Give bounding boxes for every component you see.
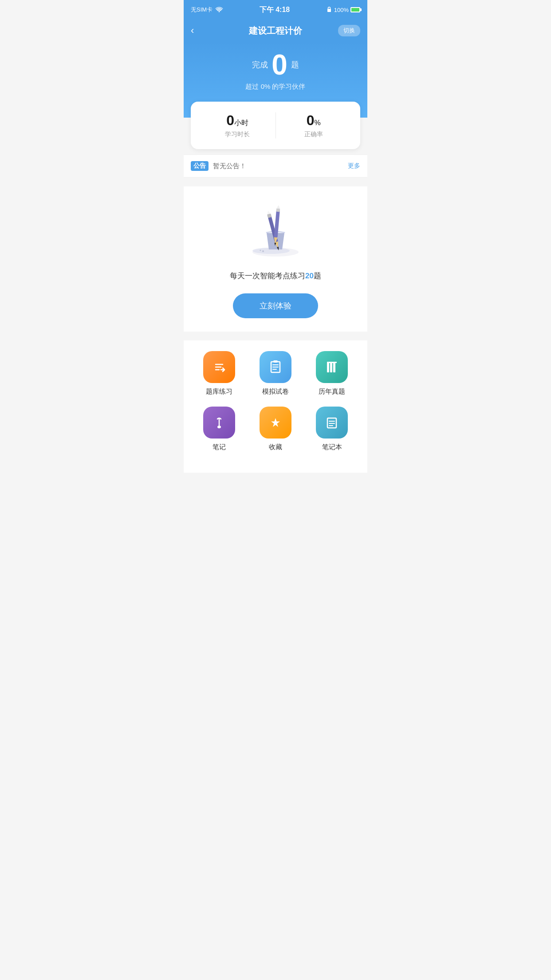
svg-rect-0 xyxy=(327,9,331,12)
feature-item-past-papers[interactable]: 历年真题 xyxy=(310,351,354,396)
hero-suffix: 题 xyxy=(291,59,299,70)
back-button[interactable]: ‹ xyxy=(191,25,194,36)
hero-subtitle: 超过 0% 的学习伙伴 xyxy=(193,83,358,91)
ann-badge: 公告 xyxy=(191,161,209,171)
announcement-bar: 公告 暂无公告！ 更多 xyxy=(184,154,367,178)
past-papers-icon xyxy=(316,351,348,383)
ann-text: 暂无公告！ xyxy=(213,162,246,170)
divider-2 xyxy=(184,332,367,336)
daily-section: 每天一次智能考点练习20题 立刻体验 xyxy=(184,186,367,332)
page-title: 建设工程计价 xyxy=(249,25,302,37)
status-time: 下午 4:18 xyxy=(260,5,290,15)
switch-button[interactable]: 切换 xyxy=(338,25,360,36)
accuracy-value: 0% xyxy=(276,112,352,129)
svg-point-22 xyxy=(217,426,221,428)
study-hours-stat: 0小时 学习时长 xyxy=(200,112,276,138)
study-hours-value: 0小时 xyxy=(200,112,276,129)
past-papers-label: 历年真题 xyxy=(319,387,345,396)
svg-rect-19 xyxy=(330,363,332,372)
hero-prefix: 完成 xyxy=(252,59,268,70)
svg-rect-10 xyxy=(276,209,280,212)
divider-1 xyxy=(184,178,367,182)
favorites-icon xyxy=(260,407,291,439)
hero-count-row: 完成 0 题 xyxy=(193,51,358,79)
feature-row-2: 笔记 收藏 笔记本 xyxy=(191,407,360,451)
wifi-icon xyxy=(215,6,223,14)
ann-more-button[interactable]: 更多 xyxy=(348,162,360,170)
feature-item-mock-exam[interactable]: test 模拟试卷 xyxy=(253,351,298,396)
notebook-label: 笔记本 xyxy=(322,443,342,451)
feature-item-notes[interactable]: 笔记 xyxy=(197,407,241,451)
battery-icon xyxy=(350,7,360,12)
feature-item-question-bank[interactable]: 题库练习 xyxy=(197,351,241,396)
feature-item-favorites[interactable]: 收藏 xyxy=(253,407,298,451)
notes-icon xyxy=(203,407,235,439)
svg-text:test: test xyxy=(274,362,278,364)
no-sim-text: 无SIM卡 xyxy=(191,6,213,14)
accuracy-stat: 0% 正确率 xyxy=(276,112,352,138)
status-left: 无SIM卡 xyxy=(191,6,223,14)
experience-button[interactable]: 立刻体验 xyxy=(233,293,318,318)
accuracy-label: 正确率 xyxy=(276,130,352,138)
svg-point-14 xyxy=(260,250,261,251)
ann-left: 公告 暂无公告！ xyxy=(191,161,246,171)
feature-grid: 题库练习 test 模拟试卷 历年 xyxy=(184,340,367,473)
svg-point-13 xyxy=(262,250,264,252)
svg-rect-18 xyxy=(327,363,329,372)
stats-card: 0小时 学习时长 0% 正确率 xyxy=(191,102,360,149)
svg-rect-20 xyxy=(333,363,335,372)
mock-exam-label: 模拟试卷 xyxy=(262,387,289,396)
question-bank-label: 题库练习 xyxy=(206,387,232,396)
svg-rect-21 xyxy=(327,362,337,363)
notes-label: 笔记 xyxy=(213,443,226,451)
pencil-illustration xyxy=(244,200,307,262)
notebook-icon xyxy=(316,407,348,439)
header: ‹ 建设工程计价 切换 xyxy=(184,20,367,42)
status-bar: 无SIM卡 下午 4:18 100% xyxy=(184,0,367,20)
daily-description: 每天一次智能考点练习20题 xyxy=(193,271,358,281)
mock-exam-icon: test xyxy=(260,351,291,383)
hero-number: 0 xyxy=(272,51,287,79)
favorites-label: 收藏 xyxy=(269,443,282,451)
svg-marker-11 xyxy=(276,205,280,209)
status-right: 100% xyxy=(326,6,360,14)
feature-row-1: 题库练习 test 模拟试卷 历年 xyxy=(191,351,360,396)
question-bank-icon xyxy=(203,351,235,383)
feature-item-notebook[interactable]: 笔记本 xyxy=(310,407,354,451)
study-hours-label: 学习时长 xyxy=(200,130,276,138)
lock-icon xyxy=(326,6,332,14)
battery-percent: 100% xyxy=(334,7,349,13)
